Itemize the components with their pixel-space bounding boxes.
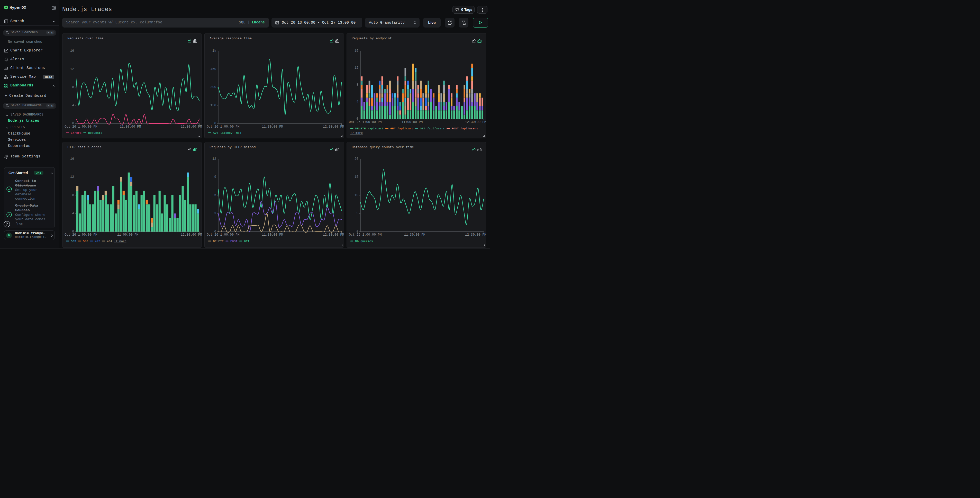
svg-text:Oct 26 1:00:00 PM: Oct 26 1:00:00 PM xyxy=(65,233,97,236)
svg-text:+2 more: +2 more xyxy=(114,239,126,243)
svg-text:12: 12 xyxy=(70,67,74,71)
svg-text:12:30:00 PM: 12:30:00 PM xyxy=(323,233,344,236)
svg-text:Errors: Errors xyxy=(71,131,81,134)
svg-text:10: 10 xyxy=(355,193,358,197)
svg-text:8: 8 xyxy=(72,193,74,197)
svg-text:12:30:00 PM: 12:30:00 PM xyxy=(465,233,486,236)
svg-text:DELETE: DELETE xyxy=(213,239,224,243)
svg-text:Oct 26 1:00:00 PM: Oct 26 1:00:00 PM xyxy=(65,125,97,129)
svg-text:8: 8 xyxy=(356,83,359,87)
svg-text:12:30:00 PM: 12:30:00 PM xyxy=(181,233,202,236)
svg-text:Oct 26 1:00:00 PM: Oct 26 1:00:00 PM xyxy=(349,233,382,236)
svg-text:1k: 1k xyxy=(212,49,216,53)
svg-text:11:00:00 PM: 11:00:00 PM xyxy=(117,233,138,236)
svg-text:4: 4 xyxy=(356,100,359,104)
svg-text:POST /api/users: POST /api/users xyxy=(452,127,478,130)
svg-text:8: 8 xyxy=(72,85,74,89)
svg-text:404: 404 xyxy=(107,239,112,243)
svg-text:20: 20 xyxy=(355,157,358,161)
svg-text:12:30:00 PM: 12:30:00 PM xyxy=(181,125,202,129)
svg-text:Db queries: Db queries xyxy=(355,239,373,243)
svg-text:11:30:00 PM: 11:30:00 PM xyxy=(120,125,141,129)
svg-text:300: 300 xyxy=(210,85,216,89)
svg-text:5: 5 xyxy=(356,211,359,215)
svg-text:4: 4 xyxy=(72,211,74,215)
svg-text:11:30:00 PM: 11:30:00 PM xyxy=(262,233,283,236)
svg-text:500: 500 xyxy=(83,239,88,243)
svg-text:16: 16 xyxy=(355,49,358,53)
svg-text:Oct 26 1:00:00 PM: Oct 26 1:00:00 PM xyxy=(349,120,382,124)
svg-text:11:30:00 PM: 11:30:00 PM xyxy=(404,233,425,236)
svg-text:15: 15 xyxy=(355,175,358,179)
svg-text:450: 450 xyxy=(210,67,216,71)
svg-text:12: 12 xyxy=(212,157,216,161)
svg-text:GET: GET xyxy=(244,239,250,243)
svg-text:POST: POST xyxy=(230,239,237,243)
svg-text:503: 503 xyxy=(71,239,76,243)
svg-text:16: 16 xyxy=(70,157,74,161)
svg-text:12:30:00 PM: 12:30:00 PM xyxy=(465,120,486,124)
svg-text:150: 150 xyxy=(210,104,216,107)
svg-text:Requests: Requests xyxy=(88,131,102,134)
svg-text:Oct 26 1:00:00 PM: Oct 26 1:00:00 PM xyxy=(207,125,240,129)
svg-text:12: 12 xyxy=(355,66,358,70)
svg-text:12: 12 xyxy=(70,175,74,179)
svg-text:9: 9 xyxy=(215,175,216,179)
svg-text:+7 more: +7 more xyxy=(350,131,363,134)
svg-text:GET /api/users: GET /api/users xyxy=(420,127,445,130)
svg-text:3: 3 xyxy=(215,211,216,215)
svg-text:16: 16 xyxy=(70,49,74,53)
svg-text:Avg latency (ms): Avg latency (ms) xyxy=(213,131,242,134)
svg-text:6: 6 xyxy=(215,193,216,197)
svg-text:12:30:00 PM: 12:30:00 PM xyxy=(323,125,344,129)
svg-text:11:00:00 PM: 11:00:00 PM xyxy=(402,120,423,124)
svg-text:4: 4 xyxy=(72,104,74,107)
svg-text:11:30:00 PM: 11:30:00 PM xyxy=(262,125,283,129)
svg-text:DELETE /api/cart: DELETE /api/cart xyxy=(355,127,383,130)
svg-text:422: 422 xyxy=(95,239,100,243)
svg-text:Oct 26 1:00:00 PM: Oct 26 1:00:00 PM xyxy=(207,233,240,236)
svg-text:GET /api/cart: GET /api/cart xyxy=(390,127,414,130)
